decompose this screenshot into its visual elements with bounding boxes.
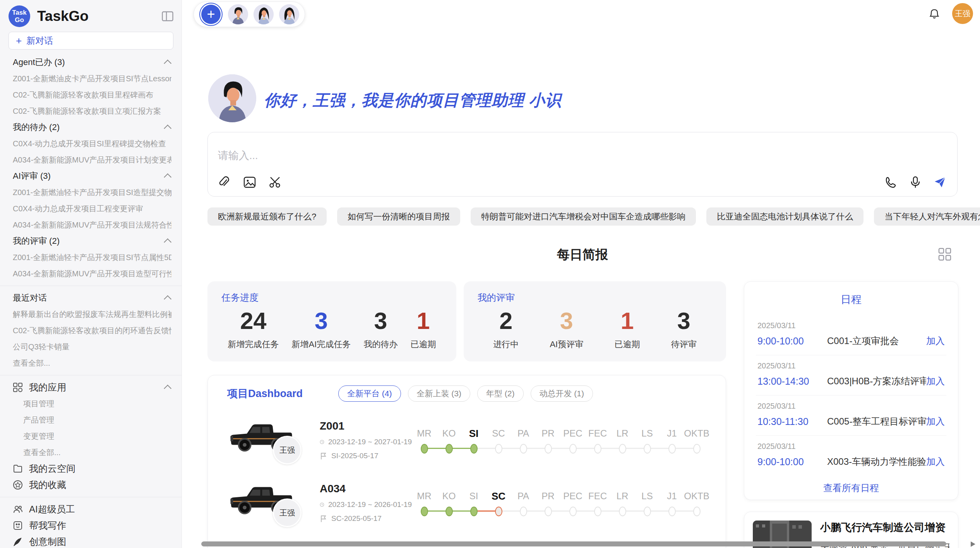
section-title: 最近对话	[13, 292, 166, 304]
app-link-project-mgmt[interactable]: 项目管理	[23, 399, 171, 409]
voice-call-button[interactable]	[884, 175, 898, 189]
sidebar-item-favorites[interactable]: 我的收藏	[0, 477, 182, 493]
star-badge-icon	[13, 480, 23, 490]
project-dates: 2023-12-19 ~ 2026-01-19	[328, 500, 412, 509]
attach-file-button[interactable]	[217, 175, 231, 189]
notifications-bell-icon[interactable]	[927, 6, 942, 21]
chat-input[interactable]	[208, 132, 957, 166]
project-owner-badge: 王强	[273, 436, 302, 464]
apps-icon	[13, 382, 23, 392]
logo-text-bottom: Go	[15, 16, 24, 24]
schedule-panel: 日程 2025/03/11 9:00-10:00 C001-立项审批会 加入 2…	[744, 281, 958, 500]
sidebar-item-cloud-space[interactable]: 我的云空间	[0, 461, 182, 477]
view-all-apps-link[interactable]: 查看全部...	[23, 447, 171, 458]
join-meeting-button[interactable]: 加入	[926, 415, 945, 428]
milestone-label: LS	[641, 490, 653, 503]
milestone-dot	[594, 507, 601, 516]
sidebar-task-item[interactable]: A034-全新新能源MUV产品开发项目计划变更表编写	[13, 155, 171, 165]
sidebar-task-item[interactable]: C02-飞腾新能源轻客改款项目里程碑画布	[13, 90, 171, 100]
tab-new-body[interactable]: 全新上装 (3)	[408, 385, 471, 402]
sidebar-task-item[interactable]: A034-全新新能源MUV产品开发项目法规符合性评审	[13, 220, 171, 230]
join-meeting-button[interactable]: 加入	[926, 375, 945, 387]
section-ai-review[interactable]: AI评审 (3)	[0, 168, 182, 184]
milestone-label: SI	[469, 490, 478, 503]
stat-value: 3	[550, 307, 583, 335]
app-link-change-mgmt[interactable]: 变更管理	[23, 431, 171, 442]
milestone-label: KO	[442, 427, 456, 440]
recent-chat-item[interactable]: 解释最新出台的欧盟报废车法规再生塑料比例被调至15%...	[13, 309, 171, 320]
mic-icon	[910, 176, 920, 188]
add-agent-button[interactable]: +	[199, 3, 223, 26]
user-avatar[interactable]: 王强	[952, 3, 973, 24]
horizontal-scrollbar[interactable]	[201, 541, 946, 546]
sidebar-task-item[interactable]: A034-全新新能源MUV产品开发项目造型可行性评审	[13, 269, 171, 279]
sidebar-item-write-helper[interactable]: 帮我写作	[0, 517, 182, 534]
task-progress-title: 任务进度	[221, 291, 442, 304]
sidebar-collapse-icon[interactable]	[161, 9, 175, 23]
scroll-right-arrow[interactable]	[971, 541, 975, 547]
milestone-dot	[470, 507, 478, 516]
section-my-review[interactable]: 我的评审 (2)	[0, 233, 182, 249]
milestone-dot	[545, 507, 552, 516]
chat-input-container	[207, 132, 958, 197]
agent-avatar[interactable]	[254, 4, 274, 24]
section-my-todo[interactable]: 我的待办 (2)	[0, 119, 182, 135]
suggestion-chip[interactable]: 特朗普可能对进口汽车增税会对中国车企造成哪些影响	[471, 207, 696, 226]
stat-label: 已逾期	[615, 339, 640, 350]
milestone-dot	[445, 507, 453, 516]
project-row-z001[interactable]: 王强 Z001 2023-12-19 ~ 2027-01-19 SI-2025-…	[227, 411, 709, 469]
send-button[interactable]	[933, 175, 947, 189]
favorites-label: 我的收藏	[29, 479, 66, 491]
milestone-dot	[470, 444, 478, 454]
section-title: Agent已办 (3)	[13, 57, 166, 68]
suggestion-chip[interactable]: 比亚迪全固态电池计划具体说了什么	[706, 207, 863, 226]
sidebar-item-ai-staff[interactable]: AI超级员工	[0, 501, 182, 517]
suggestion-chip[interactable]: 如何写一份清晰的项目周报	[337, 207, 460, 226]
section-recent-chats[interactable]: 最近对话	[0, 290, 182, 306]
project-row-a034[interactable]: 王强 A034 2023-12-19 ~ 2026-01-19 SC-2025-…	[227, 474, 709, 532]
sidebar-item-creative-draw[interactable]: 创意制图	[0, 534, 182, 548]
tab-model-year[interactable]: 年型 (2)	[477, 385, 524, 402]
recent-chat-item[interactable]: 公司Q3轻卡销量	[13, 342, 171, 352]
join-meeting-button[interactable]: 加入	[926, 456, 945, 468]
section-agent-done[interactable]: Agent已办 (3)	[0, 54, 182, 70]
sidebar-task-item[interactable]: Z001-全新燃油皮卡产品开发项目SI节点Lesson Learn报告	[13, 74, 171, 84]
screenshot-button[interactable]	[268, 175, 282, 189]
join-meeting-button[interactable]: 加入	[926, 335, 945, 347]
event-name: C003|H0B-方案冻结评审	[827, 375, 926, 387]
app-link-product-mgmt[interactable]: 产品管理	[23, 415, 171, 425]
sidebar-task-item[interactable]: C0X4-动力总成开发项目工程变更评审	[13, 204, 171, 214]
stat-value: 2	[493, 307, 519, 335]
milestone-dot	[445, 444, 453, 454]
milestone-dot	[693, 507, 701, 516]
agent-avatar[interactable]	[228, 4, 248, 24]
schedule-event: 2025/03/11 9:00-10:00 C001-立项审批会 加入	[756, 315, 946, 355]
tab-new-platform[interactable]: 全新平台 (4)	[338, 385, 401, 402]
write-helper-label: 帮我写作	[29, 519, 66, 532]
milestone-label: MR	[417, 427, 431, 440]
sidebar-item-my-apps[interactable]: 我的应用	[0, 379, 182, 396]
event-time: 10:30-11:30	[757, 416, 827, 427]
new-chat-button[interactable]: + 新对话	[9, 32, 173, 50]
suggestion-chip[interactable]: 当下年轻人对汽车外观有怎样的喜好趋势	[874, 207, 980, 226]
sidebar-task-item[interactable]: Z001-全新燃油轻卡产品开发项目SI造型提交物评审	[13, 187, 171, 198]
milestone-label: PEC	[563, 490, 582, 503]
view-all-chats-link[interactable]: 查看全部...	[13, 358, 171, 368]
stat-label: 待评审	[671, 339, 697, 350]
sidebar-task-item[interactable]: Z001-全新燃油轻卡产品开发项目SI节点属性5D文件评审	[13, 252, 171, 263]
view-all-schedule-link[interactable]: 查看所有日程	[756, 482, 946, 494]
briefing-layout-button[interactable]	[937, 247, 952, 262]
milestone-dot	[495, 444, 502, 454]
suggestion-chip[interactable]: 欧洲新规最近颁布了什么?	[207, 207, 327, 226]
recent-chat-item[interactable]: C02-飞腾新能源轻客改款项目的闭环通告反馈情况	[13, 325, 171, 336]
tab-powertrain[interactable]: 动总开发 (1)	[531, 385, 593, 402]
milestone-dot	[668, 444, 676, 454]
write-icon	[13, 521, 23, 531]
milestone-label: J1	[667, 490, 677, 503]
agent-avatar[interactable]	[279, 4, 299, 24]
sidebar-task-item[interactable]: C02-飞腾新能源轻客改款项目立项汇报方案	[13, 106, 171, 116]
microphone-button[interactable]	[908, 175, 922, 189]
sidebar-task-item[interactable]: C0X4-动力总成开发项目SI里程碑提交物检查	[13, 139, 171, 149]
insert-image-button[interactable]	[243, 175, 257, 189]
dashboard-tabs: 全新平台 (4) 全新上装 (3) 年型 (2) 动总开发 (1)	[338, 385, 593, 402]
